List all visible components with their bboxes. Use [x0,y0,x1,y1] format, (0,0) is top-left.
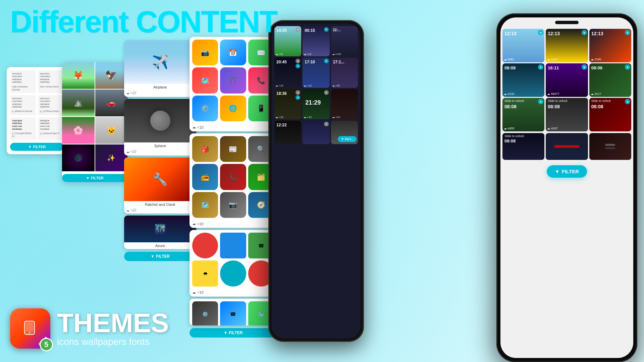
rp-badge-2: ◈ [582,30,587,35]
filter-button-walls[interactable]: ▼ FILTER [62,174,127,182]
rp-screen-10[interactable]: Slide to unlock 08:08 [502,133,544,160]
icons-grid-3: ☎ 🌧 [190,230,277,289]
icons-grid-2: 🎒 📰 🔍 📻 📞 🗂️ 🗺️ 📷 🧭 [190,133,277,221]
filter-button[interactable]: ▼ FILTER [10,143,64,151]
count-4: ☁ <10 [275,84,283,87]
icon-2-1: 🎒 [192,136,218,162]
rp-badge-7: ◈ [538,99,543,104]
screen-9[interactable]: ☁ >10 [331,89,358,119]
rp-count-5: ☁ 68477 [547,92,559,96]
pack-ratchet[interactable]: $ 🔧 Ratchet and Clank ☁ >10 [124,158,196,214]
time-6: 17:1... [333,60,344,64]
title-text: Different CONTENT [10,5,277,39]
time-5: 17:10 [305,60,315,64]
screen-1[interactable]: 14:25 ◈ ☁>25 [274,26,301,56]
rp-count-7: ☁ 4455 [504,127,515,130]
wall-car[interactable]: 🚗 [95,89,128,116]
filter-button-sets[interactable]: ▼ FILTER [190,328,277,338]
count-set2: ☁ <10 [190,221,277,228]
slider-indicator [605,144,615,146]
rp-badge-9: ◈ [625,99,630,104]
rp-time-9: 08:08 [591,104,603,109]
rp-time-10: 08:08 [504,138,516,143]
rp-screen-7[interactable]: Slide to unlock 08:08 ◈ ☁ 4455 [502,98,544,131]
pack-label-ratchet: Ratchet and Clank [124,201,196,208]
wall-mountain[interactable]: ⛰️ [62,89,95,116]
rp-screen-4[interactable]: 08:08 ◈ ☁ 4132 [502,63,544,97]
app-icon[interactable]: 5 [10,308,50,349]
icon-2-8: 📷 [220,192,246,218]
branding-section: 5 THEMES icons wallpapers fonts [10,308,169,349]
red-bar [554,145,579,148]
wall-rabbit[interactable]: 🐱 [95,117,128,144]
icon-set-4[interactable]: ⚙️ ☎ 🗺️ [190,299,277,325]
rp-screen-11[interactable] [546,133,588,160]
layers-badge-1: ◈ [296,27,300,32]
pack-label-airplane: Airplane [124,84,196,90]
rp-screen-2[interactable]: 12:13 ◈ ☁ 1117 [546,29,588,62]
time-4: 20:45 [276,60,287,64]
dot-icon-1 [192,233,218,258]
filter-icon-4: ▼ [224,330,228,335]
screen-11[interactable]: $ [303,121,329,144]
screen-6[interactable]: 17:1... ☁ >50 [331,58,358,88]
icon-2-7: 🗺️ [192,192,218,218]
wall-dark[interactable]: 🌑 [62,144,95,171]
wall-flowers[interactable]: 🌸 [62,117,95,144]
screen-8[interactable]: $ 21:29 ☁ >10 [303,89,329,119]
rp-badge-1: ◈ [538,30,543,35]
icon-set-2[interactable]: 🎒 📰 🔍 📻 📞 🗂️ 🗺️ 📷 🧭 ☁ <10 [190,133,277,228]
phone-row-4: 12:22 $ ▼ FILT... [274,121,358,144]
filter-icon-walls: ▼ [86,176,90,180]
sphere-shape [150,111,170,131]
time-8: 21:29 [305,99,321,106]
screen-5[interactable]: 17:10 ◈ ☁ <10 [303,58,329,88]
rp-time-6: 08:08 [591,65,602,70]
screen-7[interactable]: 18:36 $ ◈ ☁ >10 [274,89,301,119]
pack-airplane[interactable]: ✈️ $ Airplane ☁ <10 [124,40,196,97]
svg-rect-1 [26,323,33,331]
screen-12[interactable]: ▼ FILT... [331,121,358,144]
filter-button-right-phone[interactable]: ▼ FILTER [547,165,587,178]
icon-set-3[interactable]: $ ☎ 🌧 ☁ <10 [190,230,277,297]
phone-row-1: 14:25 ◈ ☁>25 00:15 ◈ ☁>10 22:... ☁>100 [274,26,358,56]
rp-badge-4: ◈ [538,64,543,70]
sphere-preview [124,99,196,142]
rp-screen-3[interactable]: 12:13 ◈ ☁ 2195 [589,29,631,62]
phone-icon-2: ☎ [220,301,246,325]
pack-azure[interactable]: 🌃 Azure [124,216,196,249]
wall-extra[interactable]: ✨ [95,144,128,171]
rp-screen-6[interactable]: 08:08 ◈ ☁ 3217 [589,63,631,97]
icon-4: 🗺️ [192,67,218,93]
rp-screen-9[interactable]: Slide to unlock 08:08 ◈ [589,98,631,131]
phone-notch [555,21,579,24]
icon-set-1[interactable]: $ 📷 📅 ✉️ 🗺️ 🎵 📞 ⚙️ 🌐 📱 ☁ <10 [190,37,277,131]
rp-screen-5[interactable]: 16:11 ◈ ☁ 68477 [546,63,588,97]
screen-4[interactable]: 20:45 $ ◈ ☁ <10 [274,58,301,88]
rp-screen-1[interactable]: 12:13 ◈ ☁2061 [502,29,544,62]
font-item: АБВГДЕЖЗИЙКЛМНОПРСТУФХЦЧШЩЪ a_ConceptoTi… [10,117,36,140]
rp-screen-8[interactable]: Slide to unlock 08:08 ☁ 4197 [546,98,588,131]
filter-btn-phone[interactable]: ▼ FILT... [338,136,357,142]
rp-screen-12[interactable] [589,133,631,160]
icon-2-2: 📰 [220,136,246,162]
wall-eagle[interactable]: 🦅 [95,62,128,89]
rp-count-3: ☁ 2195 [591,58,601,61]
rp-badge-6: ◈ [625,64,630,70]
font-item: ABCDEFGHIJKLMNOАБВГДЕЖЗИЙКЛМН a_Moderno … [10,95,36,115]
pack-sphere[interactable]: Sphere ☁ <10 [124,99,196,156]
icons-grid-4: ⚙️ ☎ 🗺️ [190,299,277,325]
rp-slide-10: Slide to unlock [504,134,524,138]
rp-slide-8: Slide to unlock [548,99,568,103]
rp-badge-3: ◈ [625,30,630,35]
screen-10[interactable]: 12:22 [274,121,301,144]
rp-count-8: ☁ 4197 [547,127,558,130]
filter-button-icons[interactable]: ▼ FILTER [124,252,196,261]
screen-3[interactable]: 22:... ☁>100 [331,26,358,56]
fonts-grid: ABCDEFGHIJKLMNOАБВГДЕЖЗИЙКЛМН café & bre… [10,70,64,140]
rp-time-1: 12:13 [504,31,517,36]
screen-2[interactable]: 00:15 ◈ ☁>10 [303,26,329,56]
filter-icon-right: ▼ [555,169,560,174]
wall-fox[interactable]: 🦊 [62,62,95,89]
count-8: ☁ >10 [304,116,312,119]
